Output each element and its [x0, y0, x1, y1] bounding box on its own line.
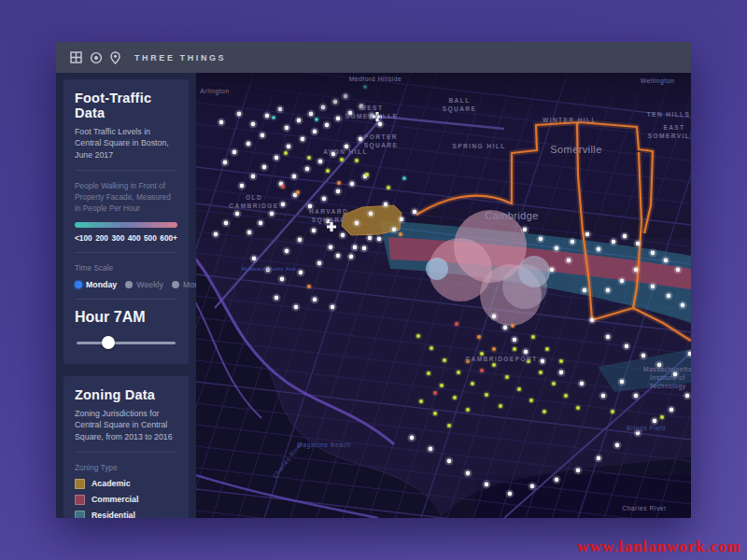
map-label: Magazine Beach	[297, 441, 351, 449]
map-label: Somerville	[550, 144, 601, 155]
scale-tick: 600+	[160, 233, 177, 243]
zoning-subtitle: Zoning Jurisdictions for Central Square …	[75, 408, 177, 442]
zone-label: Commercial	[92, 495, 138, 504]
map-label: CAMBRIDGEPORT	[465, 356, 537, 362]
radio-dot-icon	[172, 281, 179, 288]
divider	[75, 452, 177, 453]
map-svg: Medford HillsideArlingtonWESTSOMERVILLEB…	[196, 73, 691, 518]
zoning-legend-row: Commercial	[75, 495, 177, 505]
time-option-monday[interactable]: Monday	[75, 280, 117, 289]
zone-swatch-academic	[75, 479, 85, 489]
scale-tick: <100	[75, 233, 92, 243]
foot-traffic-title: Foot-Traffic Data	[75, 91, 177, 120]
map-label: HARVARDSQUARE	[309, 208, 348, 224]
scale-tick: 300	[111, 233, 124, 243]
watermark: www.lanlanwork.com	[577, 538, 741, 556]
map-label: MassachusettsInstitute ofTechnology	[643, 366, 691, 390]
hour-label: Hour 7AM	[75, 309, 177, 326]
divider	[75, 252, 177, 253]
radio-dot-icon	[75, 281, 82, 288]
zone-label: Academic	[92, 479, 131, 488]
map-label: Wellington	[641, 77, 675, 85]
map-label: Briggs Field	[627, 425, 666, 432]
divider	[75, 170, 177, 171]
map-label: Cambridge	[485, 210, 538, 221]
zone-label: Residential	[92, 511, 135, 518]
map-label: Massachusetts Ave	[242, 266, 297, 272]
map-label: Medford Hillside	[349, 76, 402, 82]
traffic-scale-ticks: <100200300400500600+	[75, 233, 177, 243]
zone-swatch-commercial	[75, 495, 85, 505]
zoning-title: Zoning Data	[75, 387, 177, 402]
brand-title: THREE THINGS	[134, 53, 226, 63]
time-option-label: Monday	[86, 280, 117, 289]
hour-slider-thumb[interactable]	[102, 336, 115, 349]
map-canvas[interactable]: Medford HillsideArlingtonWESTSOMERVILLEB…	[196, 73, 691, 518]
top-bar: THREE THINGS	[56, 42, 691, 73]
map-label: Arlington	[200, 88, 229, 95]
map-label: SPRING HILL	[452, 143, 505, 149]
scale-tick: 200	[95, 233, 108, 243]
hour-slider[interactable]	[77, 336, 176, 349]
hour-slider-track[interactable]	[77, 342, 176, 344]
scale-tick: 500	[144, 233, 157, 243]
time-option-label: Weekly	[136, 280, 163, 289]
zoning-type-label: Zoning Type	[75, 462, 177, 473]
zoning-legend-row: Academic	[75, 479, 177, 489]
zone-swatch-residential	[75, 511, 85, 518]
foot-traffic-panel: Foot-Traffic Data Foot Traffic Levels in…	[63, 79, 189, 364]
map-label: PORTERSQUARE	[364, 133, 399, 149]
time-option-weekly[interactable]: Weekly	[125, 280, 163, 289]
map-label: WINTER HILL	[543, 117, 597, 123]
scale-tick: 400	[128, 233, 141, 243]
map-pin-icon[interactable]	[108, 50, 122, 64]
zoning-legend: AcademicCommercialResidential	[75, 479, 177, 518]
radio-dot-icon	[125, 281, 133, 288]
traffic-gradient-bar	[75, 222, 177, 228]
map-label: AVON HILL	[323, 148, 368, 155]
map-label: TEN HILLS	[647, 111, 691, 118]
time-scale-options: MondayWeeklyMonthly	[75, 280, 177, 289]
app-window: THREE THINGS Foot-Traffic Data Foot Traf…	[56, 42, 691, 518]
target-icon[interactable]	[89, 50, 103, 64]
grid-icon[interactable]	[69, 50, 83, 64]
zoning-legend-row: Residential	[75, 511, 177, 518]
map-label: Charles River	[622, 505, 667, 511]
zoning-panel: Zoning Data Zoning Jurisdictions for Cen…	[63, 376, 189, 518]
foot-traffic-legend-label: People Walking in Front of Property Faca…	[75, 180, 177, 214]
divider	[75, 299, 177, 300]
foot-traffic-subtitle: Foot Traffic Levels in Central Square in…	[75, 126, 177, 161]
sidebar: Foot-Traffic Data Foot Traffic Levels in…	[56, 73, 196, 518]
time-scale-label: Time Scale	[75, 262, 177, 273]
